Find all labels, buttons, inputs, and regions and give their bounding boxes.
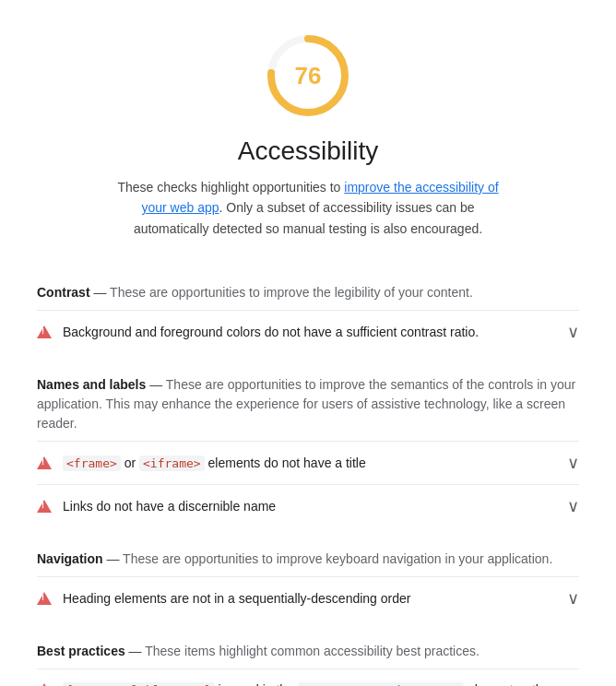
chevron-down-icon-frame: ∨	[567, 453, 579, 473]
best-practices-title: Best practices	[37, 644, 125, 658]
gauge-score: 76	[295, 62, 322, 90]
audit-text-viewport: [user-scalable="no"] is used in the <met…	[63, 680, 560, 686]
subtitle: These checks highlight opportunities to …	[68, 177, 548, 239]
navigation-desc: These are opportunities to improve keybo…	[123, 551, 552, 566]
chevron-down-icon: ∨	[567, 322, 579, 342]
audit-item-link-name[interactable]: Links do not have a discernible name ∨	[37, 484, 579, 527]
contrast-desc: These are opportunities to improve the l…	[110, 285, 473, 300]
audit-item-frame-title[interactable]: <frame> or <iframe> elements do not have…	[37, 441, 579, 484]
section-navigation-header: Navigation — These are opportunities to …	[37, 527, 579, 576]
warning-icon-link	[37, 500, 52, 513]
audit-left-link: Links do not have a discernible name	[37, 499, 560, 514]
audit-left-heading: Heading elements are not in a sequential…	[37, 591, 560, 606]
audit-text-link-name: Links do not have a discernible name	[63, 499, 276, 514]
content-area: Contrast — These are opportunities to im…	[0, 254, 616, 686]
score-section: 76 Accessibility These checks highlight …	[0, 0, 616, 254]
contrast-title: Contrast	[37, 285, 90, 300]
chevron-down-icon-viewport: ∨	[567, 680, 579, 686]
best-practices-desc: These items highlight common accessibili…	[145, 644, 480, 658]
audit-item-viewport[interactable]: [user-scalable="no"] is used in the <met…	[37, 668, 579, 686]
audit-text-background-color: Background and foreground colors do not …	[63, 325, 479, 339]
names-labels-title: Names and labels	[37, 377, 146, 392]
chevron-down-icon-heading: ∨	[567, 588, 579, 609]
audit-text-frame-title: <frame> or <iframe> elements do not have…	[63, 455, 366, 470]
chevron-down-icon-link: ∨	[567, 496, 579, 516]
audit-item-background-color[interactable]: Background and foreground colors do not …	[37, 310, 579, 353]
section-contrast-header: Contrast — These are opportunities to im…	[37, 268, 579, 310]
audit-left: Background and foreground colors do not …	[37, 325, 560, 339]
section-names-labels-header: Names and labels — These are opportuniti…	[37, 353, 579, 441]
page-title: Accessibility	[238, 136, 378, 166]
subtitle-text-before: These checks highlight opportunities to	[117, 180, 344, 195]
audit-left-frame: <frame> or <iframe> elements do not have…	[37, 455, 560, 470]
section-best-practices-header: Best practices — These items highlight c…	[37, 620, 579, 668]
gauge-wrapper: 76	[262, 30, 354, 122]
audit-item-heading-order[interactable]: Heading elements are not in a sequential…	[37, 576, 579, 620]
warning-icon	[37, 325, 52, 338]
warning-icon-frame	[37, 456, 52, 469]
audit-text-heading-order: Heading elements are not in a sequential…	[63, 591, 410, 606]
audit-left-viewport: [user-scalable="no"] is used in the <met…	[37, 680, 560, 686]
navigation-title: Navigation	[37, 551, 103, 566]
warning-icon-heading	[37, 592, 52, 605]
